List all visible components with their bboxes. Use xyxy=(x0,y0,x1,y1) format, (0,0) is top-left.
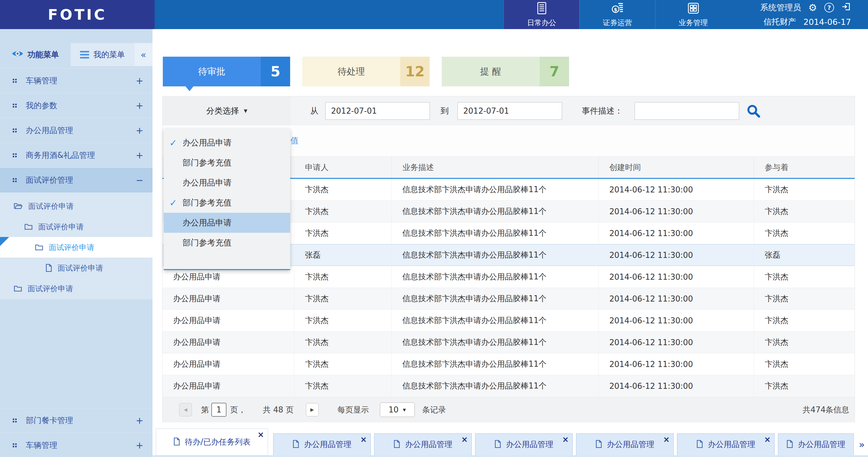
expand-plus-icon: + xyxy=(136,100,144,111)
tab-office-supplies[interactable]: 办公用品管理× xyxy=(677,433,775,456)
gear-icon[interactable]: ⚙ xyxy=(808,3,817,12)
prev-page-button[interactable]: ◀ xyxy=(179,403,192,416)
brand-logo: FOTIC xyxy=(48,6,107,23)
document-icon xyxy=(786,440,793,449)
folder-icon xyxy=(13,285,22,292)
close-icon[interactable]: × xyxy=(562,435,569,444)
nav-item-daily-office[interactable]: 日常办公 xyxy=(503,0,579,29)
tab-task-list[interactable]: 待办/已办任务列表× xyxy=(156,428,268,456)
per-page-value: 10 xyxy=(389,405,399,414)
nav-item-securities[interactable]: $ 证券运营 xyxy=(579,0,655,29)
search-icon[interactable] xyxy=(746,104,761,118)
sidebar-item[interactable]: 车辆管理+ xyxy=(0,433,153,457)
dropdown-item[interactable]: ✓办公用品申请 xyxy=(164,133,290,153)
table-cell: 卞洪杰 xyxy=(294,375,392,397)
card-label: 提 醒 xyxy=(442,57,540,86)
table-cell: 信息技术部卞洪杰申请办公用品胶棒11个 xyxy=(392,331,598,353)
table-row[interactable]: 办公用品申请卞洪杰信息技术部卞洪杰申请办公用品胶棒11个2014-06-12 1… xyxy=(162,375,855,397)
tab-office-supplies[interactable]: 办公用品管理× xyxy=(273,433,371,456)
page-number-input[interactable] xyxy=(211,403,226,417)
description-input[interactable] xyxy=(634,102,739,120)
sidebar-item[interactable]: 部门餐卡管理+ xyxy=(0,408,153,433)
grid-dots-icon xyxy=(13,104,17,107)
table-cell: 卞洪杰 xyxy=(754,266,855,288)
tab-function-menu[interactable]: 功能菜单 xyxy=(0,43,71,66)
table-cell: 2014-06-12 11:30:00 xyxy=(599,266,754,288)
sidebar-collapse-button[interactable]: « xyxy=(134,43,153,66)
tree-item[interactable]: 面试评价申请 xyxy=(0,217,153,237)
sidebar-item-label: 面试评价管理 xyxy=(26,175,73,186)
per-page-select[interactable]: 10 ▼ xyxy=(380,402,415,417)
table-cell: 信息技术部卞洪杰申请办公用品胶棒11个 xyxy=(392,288,598,309)
table-row[interactable]: 办公用品申请卞洪杰信息技术部卞洪杰申请办公用品胶棒11个2014-06-12 1… xyxy=(162,331,855,353)
menu-lines-icon xyxy=(80,51,89,59)
help-icon[interactable]: ? xyxy=(824,3,834,12)
tab-label: 我的菜单 xyxy=(93,50,125,60)
partial-link[interactable]: 值 xyxy=(290,135,299,146)
dropdown-item-label: 部门参考充值 xyxy=(183,197,231,208)
sidebar-item[interactable]: 车辆管理+ xyxy=(0,68,153,93)
table-cell: 办公用品申请 xyxy=(162,375,294,397)
tab-label: 待办/已办任务列表 xyxy=(185,437,251,447)
eye-icon xyxy=(12,50,23,59)
close-icon[interactable]: × xyxy=(257,431,264,438)
card-pending-approval[interactable]: 待审批 5 xyxy=(163,57,290,86)
tab-office-supplies[interactable]: 办公用品管理 xyxy=(778,433,854,456)
card-count: 5 xyxy=(261,57,290,86)
sidebar-item[interactable]: 商务用酒&礼品管理+ xyxy=(0,143,153,168)
sidebar-item[interactable]: 我的参数+ xyxy=(0,93,153,118)
expand-plus-icon: + xyxy=(136,125,144,136)
table-row[interactable]: 办公用品申请卞洪杰信息技术部卞洪杰申请办公用品胶棒11个2014-06-12 1… xyxy=(162,288,855,310)
tab-my-menu[interactable]: 我的菜单 xyxy=(71,43,134,66)
table-cell: 卞洪杰 xyxy=(294,223,392,244)
coin-lines-icon: $ xyxy=(611,1,624,16)
tree-item[interactable]: 面试评价申请 xyxy=(0,278,153,299)
table-cell: 卞洪杰 xyxy=(754,179,855,200)
category-select[interactable]: 分类选择 ▼ xyxy=(163,97,291,125)
tab-office-supplies[interactable]: 办公用品管理× xyxy=(374,433,472,456)
dropdown-item[interactable]: 办公用品申请 xyxy=(164,173,290,193)
total-records-info: 共474条信息 xyxy=(803,397,849,422)
nav-item-business[interactable]: 业务管理 xyxy=(655,0,731,29)
svg-text:$: $ xyxy=(614,7,617,12)
dropdown-item[interactable]: 部门参考充值 xyxy=(164,233,290,253)
logout-icon[interactable] xyxy=(841,2,851,13)
close-icon[interactable]: × xyxy=(360,435,367,444)
table-row[interactable]: 办公用品申请卞洪杰信息技术部卞洪杰申请办公用品胶棒11个2014-06-12 1… xyxy=(162,310,855,331)
close-icon[interactable]: × xyxy=(764,435,771,444)
from-date-input[interactable] xyxy=(325,102,430,120)
table-cell: 信息技术部卞洪杰申请办公用品胶棒11个 xyxy=(392,179,598,200)
sidebar-menu-bottom: 部门餐卡管理+车辆管理+ xyxy=(0,408,153,457)
tab-overflow-button[interactable]: » xyxy=(856,433,868,456)
sidebar-tabs: 功能菜单 我的菜单 « xyxy=(0,43,153,66)
table-cell: 卞洪杰 xyxy=(294,201,392,222)
tree-item[interactable]: 面试评价申请 xyxy=(0,258,153,278)
table-cell: 2014-06-12 11:30:00 xyxy=(599,353,754,375)
dropdown-item[interactable]: 部门参考充值 xyxy=(164,153,290,173)
close-icon[interactable]: × xyxy=(663,435,670,444)
close-icon[interactable]: × xyxy=(461,435,468,444)
sidebar-item-label: 车辆管理 xyxy=(26,75,57,86)
expand-plus-icon: + xyxy=(136,75,144,86)
table-cell: 张磊 xyxy=(754,244,855,266)
card-pending-process[interactable]: 待处理 12 xyxy=(302,57,430,86)
card-reminder[interactable]: 提 醒 7 xyxy=(442,57,569,86)
document-icon xyxy=(595,440,602,449)
to-date-input[interactable] xyxy=(458,102,562,120)
table-cell: 信息技术部卞洪杰申请办公用品胶棒11个 xyxy=(392,201,598,222)
card-count: 7 xyxy=(540,57,569,86)
table-cell: 卞洪杰 xyxy=(754,288,855,309)
next-page-button[interactable]: ▶ xyxy=(306,403,319,416)
tree-item[interactable]: 面试评价申请 xyxy=(0,196,153,217)
active-wedge-marker xyxy=(0,237,9,246)
tab-office-supplies[interactable]: 办公用品管理× xyxy=(576,433,674,456)
tree-item-label: 面试评价申请 xyxy=(58,263,103,273)
table-row[interactable]: 办公用品申请卞洪杰信息技术部卞洪杰申请办公用品胶棒11个2014-06-12 1… xyxy=(162,353,855,375)
dropdown-item[interactable]: ✓部门参考充值 xyxy=(164,193,290,213)
tree-item[interactable]: 面试评价申请 xyxy=(0,237,153,258)
dropdown-item[interactable]: 办公用品申请 xyxy=(164,213,290,233)
sidebar-item[interactable]: 办公用品管理+ xyxy=(0,118,153,143)
sidebar-item[interactable]: 面试评价管理− xyxy=(0,168,153,192)
from-label: 从 xyxy=(310,105,318,117)
tab-office-supplies[interactable]: 办公用品管理× xyxy=(475,433,573,456)
